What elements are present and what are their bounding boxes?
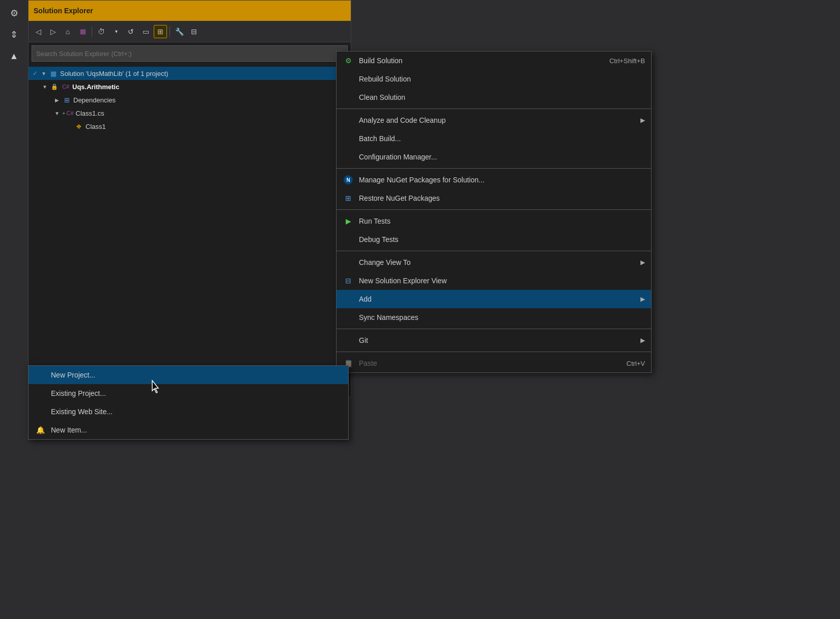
clean-icon-spacer <box>343 92 354 103</box>
toolbar-separator-2 <box>170 26 170 37</box>
menu-item-add[interactable]: Add ▶ <box>337 290 651 308</box>
solution-explorer-titlebar: Solution Explorer <box>29 1 351 21</box>
git-label: Git <box>359 336 631 344</box>
menu-item-existing-website[interactable]: Existing Web Site... <box>29 402 348 421</box>
add-label: Add <box>359 295 631 303</box>
existing-project-label: Existing Project... <box>51 389 342 397</box>
run-tests-label: Run Tests <box>359 217 645 225</box>
menu-item-config[interactable]: Configuration Manager... <box>337 148 651 166</box>
batch-label: Batch Build... <box>359 134 645 143</box>
menu-item-run-tests[interactable]: ▶ Run Tests <box>337 212 651 230</box>
existing-website-icon-spacer <box>35 406 46 417</box>
separator-1 <box>337 109 651 109</box>
menu-item-analyze[interactable]: Analyze and Code Cleanup ▶ <box>337 111 651 129</box>
expand-class1cs[interactable]: ▼ <box>53 109 61 117</box>
add-arrow: ▶ <box>640 295 645 303</box>
menu-item-debug-tests[interactable]: Debug Tests <box>337 230 651 249</box>
change-view-arrow: ▶ <box>640 259 645 266</box>
git-arrow: ▶ <box>640 337 645 344</box>
change-view-label: Change View To <box>359 258 631 266</box>
show-all-files-button[interactable]: ⊞ <box>154 25 167 38</box>
plus-icon: + <box>62 110 65 116</box>
tree-item-project[interactable]: ▼ 🔒 C# Uqs.Arithmetic <box>29 80 351 93</box>
sidebar-up-icon[interactable]: ▲ <box>5 47 23 65</box>
menu-item-git[interactable]: Git ▶ <box>337 331 651 349</box>
se-search-box[interactable] <box>32 45 348 62</box>
menu-item-batch[interactable]: Batch Build... <box>337 129 651 148</box>
context-menu-bottom: New Project... Existing Project... Exist… <box>28 365 349 440</box>
separator-2 <box>337 168 651 169</box>
se-tree: ✓ ▼ ▦ Solution 'UqsMathLib' (1 of 1 proj… <box>29 65 351 135</box>
se-toolbar: ◁ ▷ ⌂ ▤ ⏱ ▾ ↺ ▭ ⊞ 🔧 ⊟ <box>29 21 351 42</box>
tree-item-class1cs[interactable]: ▼ + C# Class1.cs <box>29 106 351 120</box>
expand-project[interactable]: ▼ <box>41 83 49 91</box>
menu-item-clean[interactable]: Clean Solution <box>337 88 651 106</box>
menu-item-sync[interactable]: Sync Namespaces <box>337 308 651 327</box>
vs-icon-button[interactable]: ▤ <box>76 25 89 38</box>
tree-item-dependencies[interactable]: ▶ ⊞ Dependencies <box>29 93 351 106</box>
menu-item-new-se-view[interactable]: ⊟ New Solution Explorer View <box>337 272 651 290</box>
tree-item-class1[interactable]: ▶ ❖ Class1 <box>29 120 351 133</box>
restore-nuget-icon: ⊞ <box>343 193 354 204</box>
dependencies-label: Dependencies <box>73 96 116 104</box>
preview-button[interactable]: ⊟ <box>187 25 201 38</box>
menu-item-new-item[interactable]: 🔔 New Item... <box>29 421 348 439</box>
tree-item-solution[interactable]: ✓ ▼ ▦ Solution 'UqsMathLib' (1 of 1 proj… <box>29 67 351 80</box>
menu-item-paste[interactable]: 📋 Paste Ctrl+V <box>337 354 651 372</box>
run-tests-icon: ▶ <box>343 216 354 227</box>
separator-6 <box>337 352 651 352</box>
arrow-button[interactable]: ▾ <box>109 25 123 38</box>
rebuild-icon-spacer <box>343 73 354 85</box>
sync-label: Sync Namespaces <box>359 313 645 321</box>
solution-icon: ▦ <box>49 69 58 78</box>
config-icon-spacer <box>343 151 354 163</box>
clean-label: Clean Solution <box>359 93 645 101</box>
properties-button[interactable]: 🔧 <box>173 25 186 38</box>
separator-3 <box>337 209 651 210</box>
menu-item-nuget[interactable]: N Manage NuGet Packages for Solution... <box>337 171 651 189</box>
se-search-input[interactable] <box>36 50 343 58</box>
refresh-button[interactable]: ↺ <box>124 25 137 38</box>
checkmark-icon: ✓ <box>33 70 38 77</box>
build-shortcut: Ctrl+Shift+B <box>609 57 645 65</box>
back-button[interactable]: ◁ <box>32 25 45 38</box>
sidebar-strip: ⚙ ⇕ ▲ <box>0 0 28 619</box>
paste-shortcut: Ctrl+V <box>627 360 645 367</box>
sidebar-gear-icon[interactable]: ⚙ <box>5 4 23 22</box>
menu-item-restore-nuget[interactable]: ⊞ Restore NuGet Packages <box>337 189 651 207</box>
collapse-button[interactable]: ▭ <box>139 25 152 38</box>
change-view-icon-spacer <box>343 257 354 268</box>
build-label: Build Solution <box>359 57 604 65</box>
forward-button[interactable]: ▷ <box>46 25 60 38</box>
solution-explorer-panel: Solution Explorer ◁ ▷ ⌂ ▤ ⏱ ▾ ↺ ▭ ⊞ 🔧 ⊟ … <box>28 0 351 397</box>
menu-item-rebuild[interactable]: Rebuild Solution <box>337 70 651 88</box>
sidebar-pin-icon[interactable]: ⇕ <box>5 25 23 44</box>
nuget-label: Manage NuGet Packages for Solution... <box>359 176 645 184</box>
separator-4 <box>337 251 651 251</box>
project-label: Uqs.Arithmetic <box>72 83 119 91</box>
nuget-icon: N <box>343 174 354 185</box>
solution-label: Solution 'UqsMathLib' (1 of 1 project) <box>60 70 168 77</box>
analyze-icon-spacer <box>343 115 354 126</box>
expand-solution[interactable]: ▼ <box>40 69 48 77</box>
menu-item-build[interactable]: ⚙ Build Solution Ctrl+Shift+B <box>337 51 651 70</box>
debug-tests-label: Debug Tests <box>359 235 645 244</box>
expand-dependencies[interactable]: ▶ <box>53 96 61 104</box>
batch-icon-spacer <box>343 133 354 144</box>
debug-tests-icon-spacer <box>343 234 354 245</box>
history-button[interactable]: ⏱ <box>95 25 108 38</box>
context-menu-right: ⚙ Build Solution Ctrl+Shift+B Rebuild So… <box>336 51 652 373</box>
menu-item-new-project[interactable]: New Project... <box>29 366 348 384</box>
class1-icon: ❖ <box>74 122 83 131</box>
rebuild-label: Rebuild Solution <box>359 75 645 83</box>
config-label: Configuration Manager... <box>359 153 645 161</box>
menu-item-existing-project[interactable]: Existing Project... <box>29 384 348 402</box>
new-se-label: New Solution Explorer View <box>359 277 645 285</box>
menu-item-change-view[interactable]: Change View To ▶ <box>337 253 651 272</box>
analyze-label: Analyze and Code Cleanup <box>359 116 631 124</box>
home-button[interactable]: ⌂ <box>61 25 74 38</box>
paste-label: Paste <box>359 359 622 367</box>
restore-nuget-label: Restore NuGet Packages <box>359 194 645 202</box>
solution-explorer-title: Solution Explorer <box>34 7 93 15</box>
class1cs-label: Class1.cs <box>76 110 104 117</box>
